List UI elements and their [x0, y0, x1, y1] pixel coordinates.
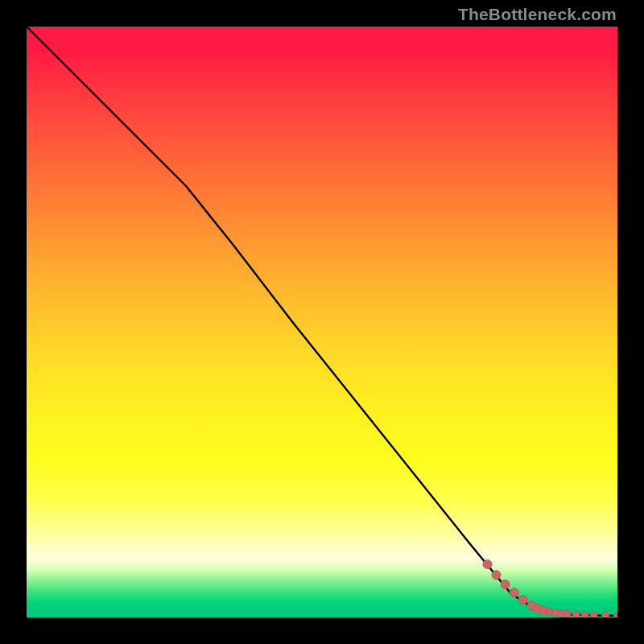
watermark-text: TheBottleneck.com [458, 5, 617, 24]
background-gradient [27, 27, 617, 617]
chart-stage: TheBottleneck.com [0, 0, 644, 644]
plot-area [27, 27, 617, 617]
